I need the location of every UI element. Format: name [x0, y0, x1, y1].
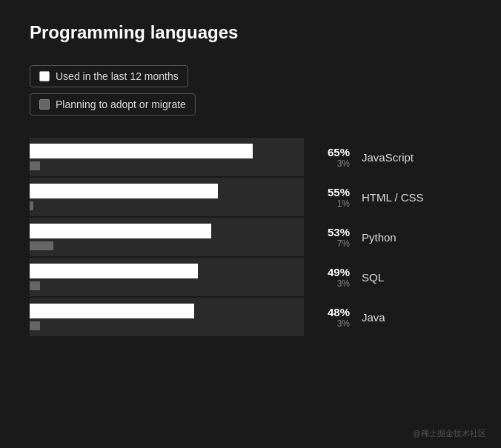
bar-labels: 49% 3% [304, 266, 356, 289]
bar-used [30, 224, 211, 238]
chart: 65% 3% JavaScript 55% 1% HTML / CSS 53% … [30, 138, 471, 338]
bar-labels: 55% 1% [304, 186, 356, 209]
language-name: JavaScript [362, 151, 451, 164]
pct-used: 53% [328, 226, 350, 238]
legend-used[interactable]: Used in the last 12 months [30, 65, 188, 87]
table-row: 65% 3% JavaScript [30, 138, 471, 176]
watermark: @稀土掘金技术社区 [413, 428, 486, 439]
legend-planning-label: Planning to adopt or migrate [56, 98, 186, 110]
pct-planning: 3% [337, 318, 350, 329]
language-name: SQL [362, 271, 451, 284]
bar-labels: 53% 7% [304, 226, 356, 249]
pct-used: 65% [328, 146, 350, 158]
legend: Used in the last 12 months Planning to a… [30, 65, 471, 116]
pct-planning: 1% [337, 198, 350, 209]
pct-used: 48% [328, 306, 350, 318]
bar-used [30, 184, 218, 198]
bar-container [30, 138, 304, 176]
page-title: Programming languages [30, 22, 471, 43]
pct-planning: 3% [337, 278, 350, 289]
pct-used: 55% [328, 186, 350, 198]
bar-labels: 48% 3% [304, 306, 356, 329]
legend-used-label: Used in the last 12 months [56, 70, 179, 82]
pct-planning: 7% [337, 238, 350, 249]
bar-used [30, 304, 194, 318]
legend-used-icon [39, 71, 50, 81]
legend-planning-icon [39, 99, 50, 110]
bar-planning [30, 281, 40, 290]
pct-planning: 3% [337, 158, 350, 169]
table-row: 49% 3% SQL [30, 258, 471, 296]
bar-container [30, 178, 304, 216]
bar-planning [30, 241, 53, 250]
table-row: 53% 7% Python [30, 218, 471, 256]
language-name: Python [362, 231, 451, 244]
table-row: 55% 1% HTML / CSS [30, 178, 471, 216]
bar-container [30, 258, 304, 296]
bar-planning [30, 321, 40, 330]
pct-used: 49% [328, 266, 350, 278]
language-name: HTML / CSS [362, 191, 451, 204]
bar-planning [30, 161, 40, 170]
bar-container [30, 218, 304, 256]
bar-planning [30, 201, 33, 210]
bar-used [30, 264, 198, 278]
bar-used [30, 144, 253, 158]
bar-container [30, 298, 304, 336]
table-row: 48% 3% Java [30, 298, 471, 336]
language-name: Java [362, 311, 451, 324]
legend-planning[interactable]: Planning to adopt or migrate [30, 93, 196, 116]
bar-labels: 65% 3% [304, 146, 356, 169]
